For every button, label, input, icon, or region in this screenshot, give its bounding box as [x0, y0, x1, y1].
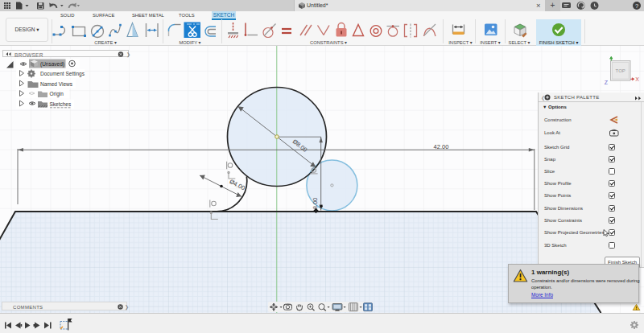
svg-text:Named Views: Named Views — [40, 81, 73, 87]
svg-text:42.00: 42.00 — [434, 143, 449, 150]
svg-text:8.00: 8.00 — [312, 198, 319, 210]
svg-text:X: X — [635, 76, 639, 82]
svg-text:Document Settings: Document Settings — [40, 71, 85, 77]
svg-text:Sketches: Sketches — [50, 101, 72, 107]
svg-text:?: ? — [635, 2, 638, 10]
svg-text:Z: Z — [605, 80, 609, 85]
svg-text:(Unsaved): (Unsaved) — [40, 61, 64, 68]
svg-text:TOP: TOP — [616, 68, 625, 73]
svg-text:Origin: Origin — [50, 91, 64, 97]
